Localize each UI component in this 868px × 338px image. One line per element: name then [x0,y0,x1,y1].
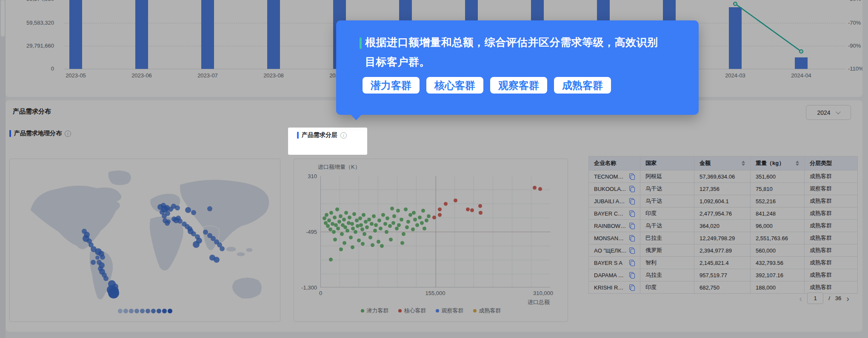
tooltip-buttons: 潜力客群核心客群观察客群成熟客群 [363,77,611,94]
dashboard-page: 89,374,98059,583,32029,791,6600 -50%-70%… [0,0,868,338]
tooltip-arrow-icon [351,114,362,120]
tooltip-text: 根据进口额增量和总额，综合评估并区分需求等级，高效识别目标客户群。 [365,32,665,71]
tour-spotlight: 产品需求分层 i [288,128,367,155]
scatter-panel-title-text: 产品需求分层 [302,131,337,139]
info-icon[interactable]: i [340,132,347,139]
tooltip-accent-bar [360,37,362,49]
tour-tooltip: 根据进口额增量和总额，综合评估并区分需求等级，高效识别目标客户群。 潜力客群核心… [336,20,699,115]
tour-segment-button[interactable]: 成熟客群 [554,77,611,94]
tour-segment-button[interactable]: 观察客群 [490,77,547,94]
scatter-panel-title: 产品需求分层 i [297,131,347,139]
tour-segment-button[interactable]: 核心客群 [426,77,483,94]
title-accent-bar [297,132,299,139]
tour-segment-button[interactable]: 潜力客群 [363,77,420,94]
